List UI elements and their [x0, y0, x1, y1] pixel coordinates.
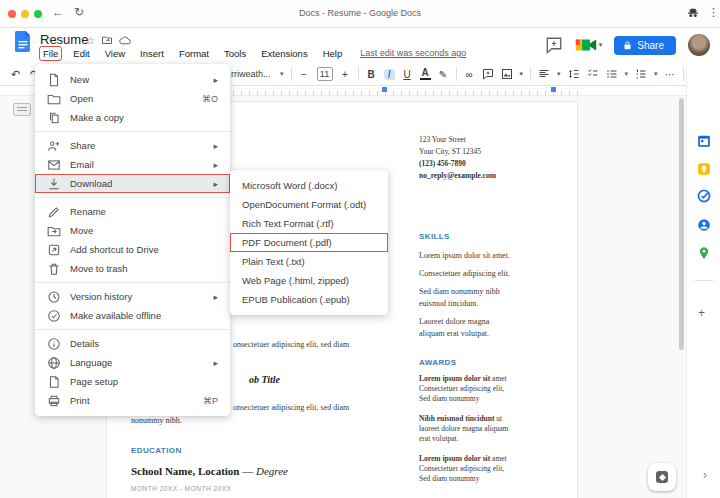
insert-image-icon[interactable]: [501, 68, 513, 80]
menu-tools[interactable]: Tools: [221, 47, 249, 60]
file-menu-item-open[interactable]: Open⌘O: [35, 89, 230, 108]
file-menu-item-page-setup[interactable]: Page setup: [35, 372, 230, 391]
file-menu-item-new[interactable]: New▸: [35, 70, 230, 89]
lock-icon: [623, 40, 632, 51]
hide-panel-chevron-icon[interactable]: ›: [703, 468, 707, 482]
file-menu-item-share[interactable]: Share▸: [35, 136, 230, 155]
school-line: School Name, Location — Degree: [131, 465, 288, 477]
numbered-list-icon[interactable]: [635, 68, 647, 80]
file-menu-item-rename[interactable]: Rename: [35, 202, 230, 221]
chevron-down-icon: ▾: [280, 70, 284, 78]
file-menu-item-download[interactable]: Download▸: [35, 174, 230, 193]
star-icon[interactable]: ☆: [86, 35, 95, 46]
vertical-scrollbar[interactable]: [679, 98, 684, 350]
tasks-icon[interactable]: [697, 189, 711, 203]
decrease-font-size-button[interactable]: −: [299, 69, 310, 80]
highlight-color-icon[interactable]: ✎: [438, 69, 449, 80]
awards-heading: AWARDS: [419, 358, 457, 367]
download-item-pdf-document-pdf[interactable]: PDF Document (.pdf): [230, 233, 388, 252]
download-item-web-page-html-zipped[interactable]: Web Page (.html, zipped): [230, 271, 388, 290]
copy-icon: [47, 111, 61, 125]
keep-icon[interactable]: [697, 162, 711, 176]
document-outline-button[interactable]: [13, 103, 31, 116]
insert-link-icon[interactable]: ∞: [464, 69, 475, 80]
more-options-icon[interactable]: ⋯: [665, 69, 676, 80]
file-menu-item-version-history[interactable]: Version history▸: [35, 287, 230, 306]
file-menu-item-details[interactable]: Details: [35, 334, 230, 353]
file-menu-item-move[interactable]: Move: [35, 221, 230, 240]
browser-menu-icon[interactable]: ⋮: [708, 6, 719, 19]
skill-item: Lorem ipsum dolor sit amet.: [419, 250, 510, 262]
cloud-saved-icon: [119, 35, 132, 46]
download-item-microsoft-word-docx[interactable]: Microsoft Word (.docx): [230, 176, 388, 195]
add-comment-icon[interactable]: [482, 68, 494, 80]
skill-item: Laoreet dolore magnaaliquam erat volutpa…: [419, 316, 510, 340]
file-menu-item-move-to-trash[interactable]: Move to trash: [35, 259, 230, 278]
menu-format[interactable]: Format: [176, 47, 212, 60]
menu-extensions[interactable]: Extensions: [258, 47, 310, 60]
bulleted-list-icon[interactable]: [606, 68, 618, 80]
download-item-epub-publication-epub[interactable]: EPUB Publication (.epub): [230, 290, 388, 309]
menu-item-label: Move to trash: [70, 263, 218, 274]
menu-item-label: Plain Text (.txt): [242, 256, 376, 267]
text-color-button[interactable]: A: [420, 68, 431, 80]
document-title[interactable]: Resume: [40, 32, 88, 47]
share-person-icon: [47, 139, 61, 153]
download-item-rich-text-format-rtf[interactable]: Rich Text Format (.rtf): [230, 214, 388, 233]
rail-divider: [695, 280, 713, 281]
file-menu-item-email[interactable]: Email▸: [35, 155, 230, 174]
account-avatar[interactable]: [688, 34, 710, 56]
menu-file[interactable]: File: [40, 47, 61, 60]
explore-button[interactable]: [648, 463, 676, 491]
submenu-arrow-icon: ▸: [213, 160, 218, 170]
bold-button[interactable]: B: [366, 69, 377, 80]
google-docs-logo-icon[interactable]: [14, 31, 32, 55]
menu-insert[interactable]: Insert: [137, 47, 167, 60]
file-menu-item-make-available-offline[interactable]: Make available offline: [35, 306, 230, 325]
menu-item-label: Rich Text Format (.rtf): [242, 218, 376, 229]
education-heading: EDUCATION: [131, 446, 182, 455]
download-icon: [47, 177, 61, 191]
increase-font-size-button[interactable]: +: [340, 69, 351, 80]
meet-button[interactable]: ▾: [575, 37, 603, 53]
line-spacing-icon[interactable]: [568, 68, 580, 80]
file-menu-item-make-a-copy[interactable]: Make a copy: [35, 108, 230, 127]
move-folder-icon[interactable]: [101, 34, 113, 46]
download-item-plain-text-txt[interactable]: Plain Text (.txt): [230, 252, 388, 271]
share-button[interactable]: Share: [614, 36, 676, 55]
trash-icon: [47, 262, 61, 276]
skills-list: Lorem ipsum dolor sit amet.Consectetuer …: [419, 250, 510, 346]
side-panel-rail: +: [686, 62, 720, 498]
menu-item-label: Version history: [70, 291, 204, 302]
menu-item-label: Share: [70, 140, 204, 151]
italic-button[interactable]: I: [384, 69, 395, 80]
awards-list: Lorem ipsum dolor sit ametConsectetuer a…: [419, 374, 544, 494]
menu-item-label: Page setup: [70, 376, 218, 387]
download-item-opendocument-format-odt[interactable]: OpenDocument Format (.odt): [230, 195, 388, 214]
maps-icon[interactable]: [697, 246, 711, 260]
skills-heading: SKILLS: [419, 232, 450, 241]
undo-icon[interactable]: ↶: [10, 68, 21, 81]
comment-icon[interactable]: [545, 36, 563, 54]
last-edit-link[interactable]: Last edit was seconds ago: [360, 47, 466, 60]
file-menu-item-add-shortcut-to-drive[interactable]: Add shortcut to Drive: [35, 240, 230, 259]
get-addons-button[interactable]: +: [698, 306, 705, 320]
menu-view[interactable]: View: [102, 47, 128, 60]
calendar-icon[interactable]: [697, 134, 711, 148]
indent-marker[interactable]: [382, 87, 387, 92]
menu-edit[interactable]: Edit: [70, 47, 92, 60]
rename-pencil-icon: [47, 205, 61, 219]
font-family-select[interactable]: rriweath...: [231, 69, 273, 79]
underline-button[interactable]: U: [402, 69, 413, 80]
file-menu-item-print[interactable]: Print⌘P: [35, 391, 230, 410]
menu-bar: File Edit View Insert Format Tools Exten…: [40, 47, 466, 60]
resume-job-title: ob Title: [249, 374, 280, 385]
skill-item: Consectetuer adipiscing elit.: [419, 268, 510, 280]
file-menu-item-language[interactable]: Language▸: [35, 353, 230, 372]
contacts-icon[interactable]: [697, 218, 711, 232]
right-margin-marker[interactable]: [551, 87, 556, 92]
font-size-input[interactable]: 11: [317, 67, 333, 81]
align-left-icon[interactable]: [538, 68, 550, 80]
menu-help[interactable]: Help: [320, 47, 346, 60]
checklist-icon[interactable]: [587, 68, 599, 80]
